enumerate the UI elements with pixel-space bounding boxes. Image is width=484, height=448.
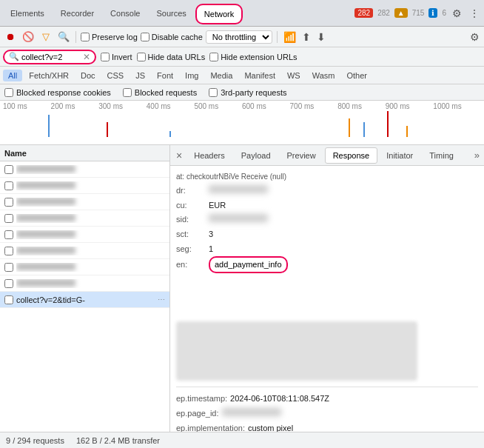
panel-close-btn[interactable]: × xyxy=(173,148,185,163)
tab-extras: 282 282 ▲ 715 ℹ 6 ⚙ ⋮ xyxy=(354,6,481,21)
search-button[interactable]: 🔍 xyxy=(56,30,71,44)
panel-tab-preview[interactable]: Preview xyxy=(280,148,323,163)
tab-recorder[interactable]: Recorder xyxy=(53,4,101,22)
wifi-icon[interactable]: 📶 xyxy=(282,30,298,44)
network-row-1[interactable] xyxy=(0,178,169,194)
tab-elements[interactable]: Elements xyxy=(3,4,52,22)
type-font-btn[interactable]: Font xyxy=(152,70,178,81)
tl-bar-4 xyxy=(349,118,350,137)
panel-response-content[interactable]: at: checkoutrNBiVe Receive (null) dr: cu… xyxy=(170,166,484,432)
row-en: en: add_payment_info xyxy=(176,256,478,273)
blocked-requests-input[interactable] xyxy=(123,88,132,97)
upload-icon[interactable]: ⬆ xyxy=(300,30,312,44)
type-manifest-btn[interactable]: Manifest xyxy=(239,70,280,81)
panel-tab-headers[interactable]: Headers xyxy=(186,148,232,163)
hide-ext-urls-checkbox[interactable]: Hide extension URLs xyxy=(209,53,297,61)
row-sid: sid: xyxy=(176,213,478,227)
disable-cache-input[interactable] xyxy=(141,33,149,41)
disable-cache-label: Disable cache xyxy=(152,33,203,41)
network-row-3[interactable] xyxy=(0,210,169,227)
row-label-5 xyxy=(16,247,165,255)
row-check-4[interactable] xyxy=(4,230,13,239)
disable-cache-checkbox[interactable]: Disable cache xyxy=(141,33,203,41)
blocked-cookies-input[interactable] xyxy=(4,88,13,97)
spacer7 xyxy=(176,310,478,315)
cu-val: EUR xyxy=(209,198,226,213)
row-check-2[interactable] xyxy=(4,198,13,207)
sep1 xyxy=(75,31,76,43)
row-check-5[interactable] xyxy=(4,247,13,255)
tab-network[interactable]: Network xyxy=(195,4,243,24)
timeline-bars xyxy=(0,111,484,144)
clear-button[interactable]: 🚫 xyxy=(21,30,36,44)
search-clear-icon[interactable]: ✕ xyxy=(83,52,90,62)
row-seg: seg: 1 xyxy=(176,242,478,256)
type-other-btn[interactable]: Other xyxy=(341,70,372,81)
row-label-4 xyxy=(16,230,165,239)
type-img-btn[interactable]: Img xyxy=(180,70,204,81)
sct-key: sct: xyxy=(176,227,206,241)
record-button[interactable]: ⏺ xyxy=(3,30,18,44)
row-check-1[interactable] xyxy=(4,181,13,190)
panel-tab-payload[interactable]: Payload xyxy=(234,148,278,163)
preserve-log-input[interactable] xyxy=(81,33,90,41)
row-check-6[interactable] xyxy=(4,263,13,272)
more-icon[interactable]: ⋮ xyxy=(468,6,481,21)
download-icon[interactable]: ⬇ xyxy=(315,30,327,44)
throttle-select[interactable]: No throttling xyxy=(206,30,272,44)
network-row-7[interactable] xyxy=(0,275,169,292)
ep-page-id-val xyxy=(222,408,281,416)
network-row-6[interactable] xyxy=(0,259,169,275)
third-party-input[interactable] xyxy=(209,88,218,97)
invert-input[interactable] xyxy=(101,53,110,61)
invert-checkbox[interactable]: Invert xyxy=(101,53,132,61)
type-all-btn[interactable]: All xyxy=(3,70,22,81)
row-check-0[interactable] xyxy=(4,165,13,174)
panel-tab-response[interactable]: Response xyxy=(325,147,378,164)
third-party-label: 3rd-party requests xyxy=(221,88,286,97)
hide-data-urls-input[interactable] xyxy=(137,53,146,61)
search-input[interactable] xyxy=(21,53,81,61)
preserve-log-checkbox[interactable]: Preserve log xyxy=(81,33,138,41)
invert-label: Invert xyxy=(112,53,132,61)
type-css-btn[interactable]: CSS xyxy=(102,70,130,81)
row-label-1 xyxy=(16,181,165,190)
type-js-btn[interactable]: JS xyxy=(130,70,150,81)
row-check-7[interactable] xyxy=(4,279,13,288)
ep-timestamp-key: ep.timestamp: xyxy=(176,392,227,406)
network-row-2[interactable] xyxy=(0,194,169,210)
type-ws-btn[interactable]: WS xyxy=(282,70,306,81)
blocked-response-cookies[interactable]: Blocked response cookies xyxy=(4,88,111,97)
hide-ext-urls-input[interactable] xyxy=(209,53,218,61)
type-fetch-xhr-btn[interactable]: Fetch/XHR xyxy=(24,70,74,81)
type-media-btn[interactable]: Media xyxy=(205,70,238,81)
row-check-3[interactable] xyxy=(4,214,13,223)
settings-icon[interactable]: ⚙ xyxy=(451,6,463,21)
warning-count: 715 xyxy=(412,9,425,17)
third-party-requests-checkbox[interactable]: 3rd-party requests xyxy=(209,88,286,97)
row-dr: dr: xyxy=(176,184,478,198)
network-row-5[interactable] xyxy=(0,243,169,259)
panel-more-btn[interactable]: » xyxy=(473,148,481,162)
network-settings-icon[interactable]: ⚙ xyxy=(468,30,481,44)
hide-data-urls-checkbox[interactable]: Hide data URLs xyxy=(137,53,206,61)
blocked-requests-checkbox[interactable]: Blocked requests xyxy=(123,88,197,97)
tab-console[interactable]: Console xyxy=(103,4,147,22)
col-header-label: Name xyxy=(4,149,27,158)
en-val: add_payment_info xyxy=(209,256,288,273)
network-row-8[interactable]: collect?v=2&tid=G- ⋯ xyxy=(0,292,169,308)
spacer1 xyxy=(176,274,478,280)
tab-sources[interactable]: Sources xyxy=(149,4,193,22)
filter-icon[interactable]: ▽ xyxy=(38,30,53,44)
network-row-4[interactable] xyxy=(0,227,169,243)
panel-tab-initiator[interactable]: Initiator xyxy=(379,148,420,163)
type-wasm-btn[interactable]: Wasm xyxy=(307,70,340,81)
sid-val xyxy=(209,214,268,222)
status-transfer: 162 B / 2.4 MB transfer xyxy=(76,436,160,445)
row-check-8[interactable] xyxy=(4,295,13,304)
tl-bar-2 xyxy=(107,122,108,137)
type-doc-btn[interactable]: Doc xyxy=(75,70,101,81)
network-row-0[interactable] xyxy=(0,161,169,178)
tl-700ms: 700 ms xyxy=(290,102,338,110)
panel-tab-timing[interactable]: Timing xyxy=(422,148,461,163)
